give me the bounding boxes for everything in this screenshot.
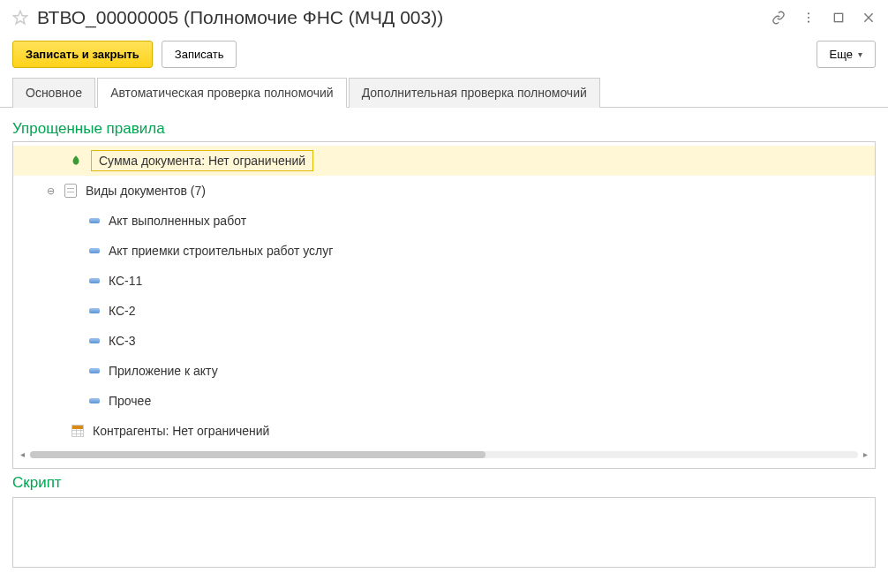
tree-row-child[interactable]: КС-3 <box>13 326 875 356</box>
item-icon <box>89 338 100 343</box>
leaf-icon <box>70 155 82 167</box>
tree-row-label: КС-3 <box>109 334 136 348</box>
toolbar: Записать и закрыть Записать Еще ▾ <box>0 32 888 77</box>
scroll-track[interactable] <box>30 451 858 458</box>
tree: Сумма документа: Нет ограничений ⊖ Виды … <box>13 146 875 446</box>
scroll-thumb[interactable] <box>30 451 485 458</box>
horizontal-scrollbar[interactable]: ◂ ▸ <box>13 446 875 464</box>
tree-row-child[interactable]: КС-2 <box>13 296 875 326</box>
svg-rect-4 <box>834 13 842 21</box>
tree-row-label: Прочее <box>109 394 151 408</box>
tree-row-doc-types[interactable]: ⊖ Виды документов (7) <box>13 176 875 206</box>
tree-row-label: Приложение к акту <box>109 364 218 378</box>
tree-row-child[interactable]: Прочее <box>13 386 875 416</box>
svg-point-2 <box>808 17 809 19</box>
script-textarea[interactable] <box>12 497 876 568</box>
item-icon <box>89 278 100 283</box>
tree-row-label: Сумма документа: Нет ограничений <box>91 150 313 171</box>
tree-row-label: КС-11 <box>109 274 142 288</box>
tree-row-child[interactable]: Акт выполненных работ <box>13 206 875 236</box>
tree-row-sum[interactable]: Сумма документа: Нет ограничений <box>13 146 875 176</box>
item-icon <box>89 248 100 253</box>
table-icon <box>71 425 84 437</box>
scroll-left-icon[interactable]: ◂ <box>20 449 25 459</box>
more-button[interactable]: Еще ▾ <box>817 41 876 68</box>
window-title: ВТВО_00000005 (Полномочие ФНС (МЧД 003)) <box>37 7 763 28</box>
section-script-title: Скрипт <box>12 469 876 495</box>
section-rules-title: Упрощенные правила <box>12 115 876 141</box>
tree-row-child[interactable]: КС-11 <box>13 266 875 296</box>
titlebar-controls <box>771 11 876 25</box>
tab-main[interactable]: Основное <box>12 78 95 108</box>
tree-row-label: Виды документов (7) <box>86 184 206 198</box>
collapse-icon[interactable]: ⊖ <box>45 185 56 197</box>
close-icon[interactable] <box>862 11 876 25</box>
kebab-menu-icon[interactable] <box>801 11 816 25</box>
tree-row-child[interactable]: Акт приемки строительных работ услуг <box>13 236 875 266</box>
more-button-label: Еще <box>830 48 853 61</box>
item-icon <box>89 368 100 373</box>
save-and-close-button[interactable]: Записать и закрыть <box>12 41 153 68</box>
tab-auto-check[interactable]: Автоматическая проверка полномочий <box>97 78 347 108</box>
tree-row-label: КС-2 <box>109 304 136 318</box>
svg-marker-0 <box>14 11 27 24</box>
tree-row-label: Акт приемки строительных работ услуг <box>109 244 333 258</box>
chevron-down-icon: ▾ <box>858 49 862 59</box>
tree-panel: Сумма документа: Нет ограничений ⊖ Виды … <box>12 141 876 469</box>
tabs: Основное Автоматическая проверка полномо… <box>0 77 888 108</box>
tree-row-child[interactable]: Приложение к акту <box>13 356 875 386</box>
document-icon <box>64 184 77 198</box>
maximize-icon[interactable] <box>832 11 846 25</box>
item-icon <box>89 398 100 403</box>
content: Упрощенные правила Сумма документа: Нет … <box>0 108 888 588</box>
window: ВТВО_00000005 (Полномочие ФНС (МЧД 003))… <box>0 0 888 588</box>
item-icon <box>89 308 100 313</box>
svg-point-1 <box>808 12 809 14</box>
tree-row-label: Контрагенты: Нет ограничений <box>93 424 269 438</box>
titlebar: ВТВО_00000005 (Полномочие ФНС (МЧД 003)) <box>0 0 888 32</box>
link-icon[interactable] <box>771 11 786 25</box>
tab-extra-check[interactable]: Дополнительная проверка полномочий <box>349 78 600 108</box>
svg-point-3 <box>808 21 809 23</box>
save-button[interactable]: Записать <box>162 41 237 68</box>
scroll-right-icon[interactable]: ▸ <box>863 449 868 459</box>
tree-row-label: Акт выполненных работ <box>109 214 246 228</box>
tree-row-counterparties[interactable]: Контрагенты: Нет ограничений <box>13 416 875 446</box>
item-icon <box>89 218 100 223</box>
favorite-star-icon[interactable] <box>12 10 28 26</box>
